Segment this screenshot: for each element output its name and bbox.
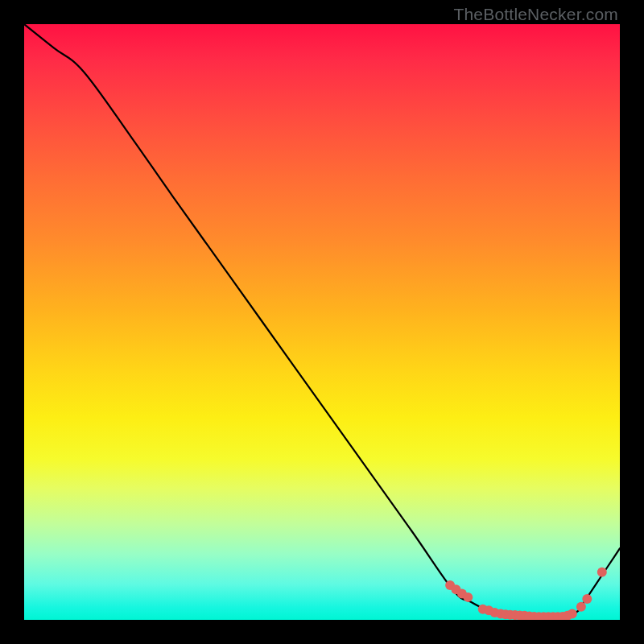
plot-area bbox=[24, 24, 620, 620]
marker-dot bbox=[582, 594, 592, 604]
marker-group bbox=[445, 568, 607, 620]
bottleneck-curve bbox=[24, 24, 620, 617]
marker-dot bbox=[463, 592, 473, 602]
marker-dot bbox=[568, 609, 577, 619]
attribution-text: TheBottleNecker.com bbox=[453, 5, 618, 24]
marker-dot bbox=[597, 568, 607, 577]
curve-layer bbox=[24, 24, 620, 620]
marker-dot bbox=[576, 602, 586, 612]
chart-container: TheBottleNecker.com bbox=[0, 0, 644, 644]
